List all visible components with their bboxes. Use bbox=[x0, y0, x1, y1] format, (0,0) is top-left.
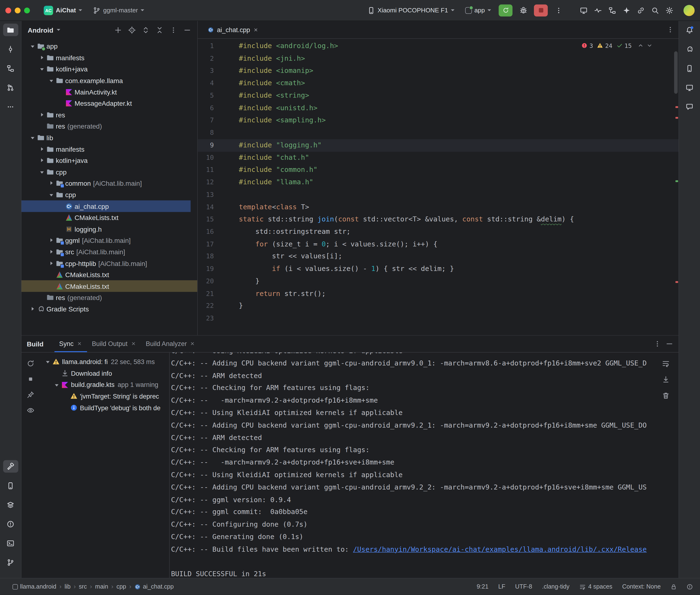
code-line[interactable]: 19 if (i < values.size() - 1) { str << d… bbox=[198, 263, 678, 275]
status-file-lock[interactable] bbox=[670, 584, 677, 590]
tool-strip-more-tool-windows[interactable] bbox=[3, 101, 18, 113]
tool-strip-device-explorer[interactable] bbox=[3, 479, 18, 492]
breadcrumb-llama-android[interactable]: llama.android bbox=[12, 583, 56, 590]
tree-item-cmakelists-txt[interactable]: CMakeLists.txt bbox=[22, 269, 197, 281]
build-console[interactable]: C/C++: -- Using KleidiAI optimized kerne… bbox=[170, 352, 678, 578]
code-line[interactable]: 14template<class T> bbox=[198, 201, 678, 213]
device-selector[interactable]: Xiaomi POCOPHONE F1 bbox=[364, 5, 457, 16]
search-everywhere-button[interactable] bbox=[648, 4, 661, 17]
chevron-down-icon[interactable] bbox=[53, 380, 61, 389]
status-line-separator[interactable]: LF bbox=[498, 583, 505, 590]
tool-strip-build-variants[interactable] bbox=[3, 499, 18, 511]
collapse-all-button[interactable] bbox=[153, 24, 165, 36]
build-output-link[interactable]: /Users/hanyin/Workspace/ai-chat/examples… bbox=[353, 545, 647, 553]
tree-item-com-example-llama[interactable]: com.example.llama bbox=[22, 75, 197, 86]
build-tree-item[interactable]: llama.android: fi22 sec, 583 ms bbox=[39, 356, 169, 368]
tree-item-cmakelists-txt[interactable]: CMakeLists.txt bbox=[22, 212, 197, 223]
tree-item-common[interactable]: common[AiChat.lib.main] bbox=[22, 178, 197, 189]
code-editor[interactable]: 3 24 15 bbox=[198, 39, 678, 335]
tool-strip-app-quality-insights[interactable] bbox=[682, 101, 697, 113]
code-line[interactable]: 13 bbox=[198, 189, 678, 201]
scroll-to-end-button[interactable] bbox=[660, 374, 671, 385]
status-file-encoding[interactable]: UTF-8 bbox=[515, 583, 532, 590]
build-tab-sync[interactable]: Sync bbox=[54, 336, 87, 352]
code-line[interactable]: 10#include "chat.h" bbox=[198, 152, 678, 164]
build-tree-item[interactable]: BuildType 'debug' is both de bbox=[39, 402, 169, 413]
tree-item-kotlin-java[interactable]: kotlin+java bbox=[22, 63, 197, 75]
tool-strip-structure[interactable] bbox=[3, 62, 18, 75]
tree-item-gradle-scripts[interactable]: Gradle Scripts bbox=[22, 303, 197, 315]
structure-button[interactable] bbox=[606, 4, 618, 17]
code-line[interactable]: 12#include "llama.h" bbox=[198, 176, 678, 189]
chevron-right-icon[interactable] bbox=[38, 54, 47, 62]
inspections-widget[interactable]: 3 24 15 bbox=[581, 42, 653, 49]
tool-strip-device-manager[interactable] bbox=[682, 62, 697, 75]
tree-item-logging-h[interactable]: logging.h bbox=[22, 223, 197, 235]
hide-panel-button[interactable] bbox=[181, 24, 193, 36]
code-line[interactable]: 5#include <string> bbox=[198, 90, 678, 102]
rerun-sync-button[interactable] bbox=[25, 358, 36, 369]
chevron-down-icon[interactable] bbox=[29, 134, 37, 142]
project-widget[interactable]: AC AiChat bbox=[41, 4, 85, 17]
chevron-down-icon[interactable] bbox=[47, 191, 56, 199]
tree-item-messageadapter-kt[interactable]: MessageAdapter.kt bbox=[22, 97, 197, 109]
tree-item-cmakelists-txt[interactable]: CMakeLists.txt bbox=[22, 281, 197, 292]
chevron-right-icon[interactable] bbox=[29, 305, 37, 313]
code-line[interactable]: 16 std::ostringstream str; bbox=[198, 226, 678, 238]
tree-item-src[interactable]: src[AiChat.lib.main] bbox=[22, 246, 197, 258]
profiler-button[interactable] bbox=[592, 4, 604, 17]
chevron-right-icon[interactable] bbox=[47, 236, 56, 245]
soft-wrap-button[interactable] bbox=[660, 358, 671, 369]
show-passed-button[interactable] bbox=[25, 405, 36, 416]
build-tree-item[interactable]: Download info bbox=[39, 368, 169, 379]
tree-item-app[interactable]: app bbox=[22, 41, 197, 52]
code-line[interactable]: 2#include <jni.h> bbox=[198, 53, 678, 65]
tree-item-ggml[interactable]: ggml[AiChat.lib.main] bbox=[22, 235, 197, 246]
build-tab-build-output[interactable]: Build Output bbox=[87, 336, 141, 352]
code-line[interactable]: 17 for (size_t i = 0; i < values.size();… bbox=[198, 238, 678, 251]
tool-strip-pull-requests[interactable] bbox=[3, 81, 18, 93]
code-line[interactable]: 22} bbox=[198, 300, 678, 312]
next-problem-icon[interactable] bbox=[646, 42, 653, 49]
build-tree-item[interactable]: 'jvmTarget: String' is deprec bbox=[39, 391, 169, 402]
debug-button[interactable] bbox=[517, 4, 529, 17]
error-stripe-mark[interactable] bbox=[675, 281, 678, 283]
user-avatar[interactable] bbox=[683, 5, 695, 16]
close-tab-icon[interactable] bbox=[77, 341, 82, 346]
tool-strip-problems[interactable] bbox=[3, 518, 18, 530]
breadcrumb-src[interactable]: src bbox=[79, 583, 87, 590]
editor-more-options-icon[interactable] bbox=[666, 26, 674, 34]
build-more-options-icon[interactable] bbox=[653, 340, 661, 348]
code-line[interactable]: 7#include <sampling.h> bbox=[198, 115, 678, 127]
chevron-right-icon[interactable] bbox=[38, 111, 47, 119]
chevron-right-icon[interactable] bbox=[47, 179, 56, 188]
code-line[interactable]: 8 bbox=[198, 127, 678, 139]
build-tab-build-analyzer[interactable]: Build Analyzer bbox=[141, 336, 200, 352]
code-line[interactable]: 11#include "common.h" bbox=[198, 164, 678, 176]
tree-item-res[interactable]: res bbox=[22, 109, 197, 120]
tree-item-lib[interactable]: lib bbox=[22, 132, 197, 143]
chevron-down-icon[interactable] bbox=[47, 77, 56, 85]
tool-strip-commit[interactable] bbox=[3, 43, 18, 55]
more-options-button[interactable] bbox=[167, 24, 179, 36]
build-tree-item[interactable]: build.gradle.ktsapp 1 warning bbox=[39, 379, 169, 391]
tool-strip-version-control[interactable] bbox=[3, 556, 18, 568]
chevron-right-icon[interactable] bbox=[47, 259, 56, 267]
status-context[interactable]: Context: None bbox=[622, 583, 661, 590]
branch-widget[interactable]: ggml-master bbox=[90, 5, 147, 16]
chevron-down-icon[interactable] bbox=[38, 168, 47, 176]
tree-item-res[interactable]: res(generated) bbox=[22, 120, 197, 132]
close-tab-icon[interactable] bbox=[253, 27, 258, 32]
chevron-down-icon[interactable] bbox=[38, 65, 47, 74]
tool-strip-build[interactable] bbox=[3, 460, 18, 472]
tree-item-cpp[interactable]: cpp bbox=[22, 189, 197, 200]
warning-count[interactable]: 24 bbox=[597, 42, 612, 49]
tree-item-cpp[interactable]: cpp bbox=[22, 166, 197, 178]
code-line[interactable]: 20 } bbox=[198, 275, 678, 288]
code-line[interactable]: 6#include <unistd.h> bbox=[198, 102, 678, 115]
run-configuration-selector[interactable]: app bbox=[462, 5, 494, 16]
expand-all-button[interactable] bbox=[140, 24, 151, 36]
error-stripe-mark[interactable] bbox=[675, 106, 678, 108]
stop-button[interactable] bbox=[25, 374, 36, 384]
code-line[interactable]: 4#include <cmath> bbox=[198, 77, 678, 90]
